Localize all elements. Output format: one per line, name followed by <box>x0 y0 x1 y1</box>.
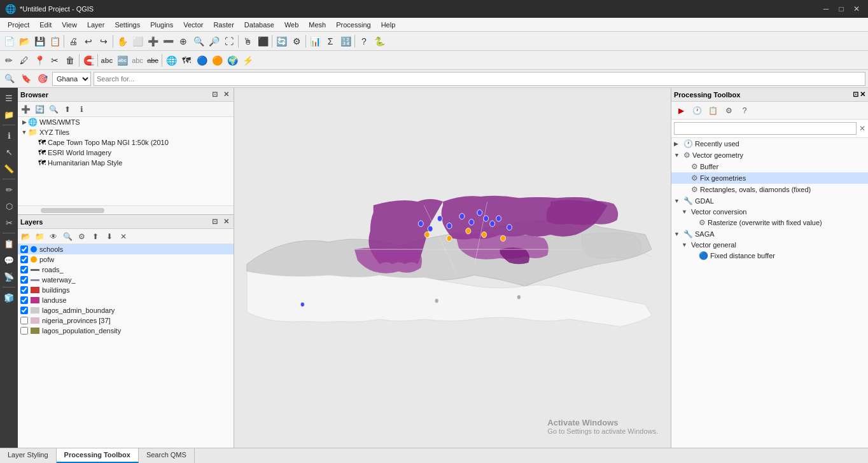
browser-close-btn[interactable]: ✕ <box>221 90 231 100</box>
layer-visibility-checkbox[interactable] <box>20 245 28 253</box>
browser-icon[interactable]: 📁 <box>1 107 17 122</box>
select-button[interactable]: ⬛ <box>255 34 270 49</box>
layer-visibility-checkbox[interactable] <box>20 266 28 273</box>
browser-tree-item[interactable]: 🗺 ESRI World Imagery <box>18 148 234 158</box>
toolbox-tree-node[interactable]: ⚙ Buffer <box>671 161 868 172</box>
gps-icon[interactable]: 📡 <box>1 269 17 284</box>
layer-item[interactable]: schools <box>18 244 234 254</box>
layer-item[interactable]: lagos_admin_boundary <box>18 305 234 315</box>
digitize-btn1[interactable]: ✏ <box>1 53 17 68</box>
geocode-btn[interactable]: 🌐 <box>164 53 179 68</box>
statistics-button[interactable]: 📊 <box>307 34 323 49</box>
toolbox-close-btn[interactable]: ✕ <box>860 90 865 99</box>
label-btn2[interactable]: 🔤 <box>115 53 130 68</box>
calculator-button[interactable]: Σ <box>323 34 338 49</box>
toolbox-tree-node[interactable]: ⚙ Fix geometries <box>671 172 868 184</box>
digitize-btn5[interactable]: 🗑 <box>62 53 78 68</box>
toolbox-tree-node[interactable]: ▼ 🔧 SAGA <box>671 228 868 240</box>
split-icon[interactable]: ✂ <box>1 215 17 230</box>
layer-visibility-checkbox[interactable] <box>20 307 28 314</box>
browser-filter-btn[interactable]: 🔍 <box>47 103 60 116</box>
menu-plugins[interactable]: Plugins <box>145 20 178 30</box>
identify-icon[interactable]: ℹ <box>1 128 17 143</box>
layer-visibility-checkbox[interactable] <box>20 317 28 324</box>
snapping-btn[interactable]: 🧲 <box>81 53 96 68</box>
browser-tree-item[interactable]: ▼ 📁 XYZ Tiles <box>18 127 234 137</box>
digitize-btn4[interactable]: ✂ <box>47 53 62 68</box>
toolbox-search-clear[interactable]: ✕ <box>859 124 865 133</box>
filter-btn2[interactable]: ⚙ <box>75 230 88 243</box>
remove-layer-btn[interactable]: ✕ <box>117 230 130 243</box>
label-btn4[interactable]: abc <box>145 53 160 68</box>
plugin-btn1[interactable]: 🔵 <box>194 53 209 68</box>
layers-close-btn[interactable]: ✕ <box>221 217 231 227</box>
layer-item[interactable]: pofw <box>18 254 234 265</box>
toolbox-tree-node[interactable]: ▼ Vector general <box>671 240 868 250</box>
map-area[interactable]: Activate Windows Go to Settings to activ… <box>234 88 671 448</box>
pan-to-selection-button[interactable]: ⬜ <box>130 34 145 49</box>
layer-item[interactable]: waterway_ <box>18 275 234 285</box>
move-down-btn[interactable]: ⬇ <box>103 230 116 243</box>
field-calculator-button[interactable]: 🔢 <box>338 34 353 49</box>
map-tips-icon[interactable]: 💬 <box>1 252 17 268</box>
layers-float-btn[interactable]: ⊡ <box>209 217 220 227</box>
menu-processing[interactable]: Processing <box>331 20 375 30</box>
menu-edit[interactable]: Edit <box>34 20 57 30</box>
3d-icon[interactable]: 🧊 <box>1 290 17 305</box>
save-as-button[interactable]: 📋 <box>47 34 62 49</box>
zoom-layer-button[interactable]: 🔍 <box>191 34 206 49</box>
maximize-button[interactable]: □ <box>835 3 848 15</box>
browser-refresh-btn[interactable]: 🔄 <box>33 103 46 116</box>
layer-item[interactable]: landuse <box>18 295 234 305</box>
node-icon[interactable]: ⬡ <box>1 198 17 214</box>
tab-layer-styling[interactable]: Layer Styling <box>0 448 57 463</box>
toolbox-tree-node[interactable]: 🔵 Fixed distance buffer <box>671 250 868 261</box>
zoom-native-button[interactable]: ⛶ <box>221 34 237 49</box>
new-project-button[interactable]: 📄 <box>1 34 17 49</box>
layer-visibility-checkbox[interactable] <box>20 296 28 304</box>
toolbox-tree-node[interactable]: ⚙ Rectangles, ovals, diamonds (fixed) <box>671 184 868 195</box>
browser-tree-item[interactable]: ▶ 🌐 WMS/WMTS <box>18 117 234 127</box>
layer-item[interactable]: nigeria_provinces [37] <box>18 315 234 326</box>
zoom-out-button[interactable]: ➖ <box>160 34 176 49</box>
search-input[interactable] <box>94 72 865 86</box>
measure-icon[interactable]: 📏 <box>1 161 17 176</box>
location-select[interactable]: Ghana Nigeria Lagos <box>52 72 91 86</box>
add-group-btn[interactable]: 📁 <box>33 230 46 243</box>
browser-tree-item[interactable]: 🗺 Humanitarian Map Style <box>18 158 234 168</box>
filter-layer-btn[interactable]: 🔍 <box>61 230 74 243</box>
open-project-button[interactable]: 📂 <box>17 34 32 49</box>
menu-database[interactable]: Database <box>239 20 279 30</box>
toolbox-float-btn[interactable]: ⊡ <box>853 90 858 99</box>
open-layer-btn[interactable]: 📂 <box>19 230 32 243</box>
help-button[interactable]: ? <box>356 34 372 49</box>
menu-view[interactable]: View <box>57 20 82 30</box>
undo-button[interactable]: ↩ <box>81 34 96 49</box>
label-btn3[interactable]: abc <box>130 53 145 68</box>
menu-help[interactable]: Help <box>376 20 401 30</box>
pan-to-btn[interactable]: 🎯 <box>36 72 50 86</box>
close-button[interactable]: ✕ <box>850 3 863 15</box>
identify-button[interactable]: 🖱 <box>240 34 255 49</box>
browser-float-btn[interactable]: ⊡ <box>209 90 220 100</box>
menu-mesh[interactable]: Mesh <box>304 20 331 30</box>
select-icon[interactable]: ↖ <box>1 144 17 160</box>
browser-collapse-btn[interactable]: ⬆ <box>61 103 74 116</box>
geocode-btn2[interactable]: 🗺 <box>179 53 194 68</box>
menu-raster[interactable]: Raster <box>208 20 239 30</box>
print-button[interactable]: 🖨 <box>66 34 81 49</box>
layer-visibility-checkbox[interactable] <box>20 286 28 294</box>
menu-settings[interactable]: Settings <box>109 20 145 30</box>
toolbox-tree-node[interactable]: ▶ 🕐 Recently used <box>671 138 868 149</box>
toolbox-run-btn[interactable]: ▶ <box>674 104 688 118</box>
plugin-btn2[interactable]: 🟠 <box>209 53 225 68</box>
tab-processing-toolbox[interactable]: Processing Toolbox <box>57 448 139 463</box>
zoom-selection-button[interactable]: 🔎 <box>206 34 221 49</box>
digitize-btn3[interactable]: 📍 <box>32 53 47 68</box>
zoom-in-button[interactable]: ➕ <box>145 34 160 49</box>
layer-visibility-checkbox[interactable] <box>20 276 28 284</box>
layers-icon[interactable]: ☰ <box>1 90 17 106</box>
layer-item[interactable]: lagos_population_density <box>18 326 234 336</box>
locate-feature-btn[interactable]: 🔍 <box>3 72 17 86</box>
form-icon[interactable]: 📋 <box>1 236 17 251</box>
